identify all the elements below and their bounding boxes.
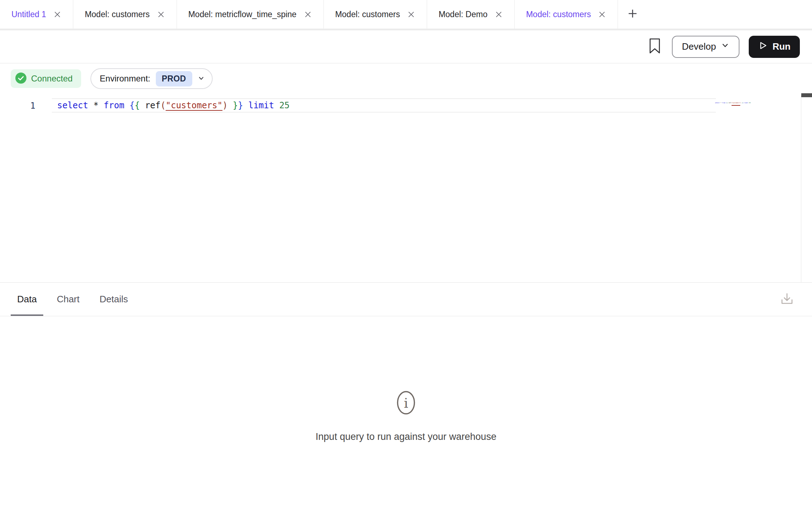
environment-label: Environment: xyxy=(100,74,150,84)
line-number: 1 xyxy=(0,98,52,113)
code-token: 25 xyxy=(279,100,289,110)
code-token: select xyxy=(715,102,719,104)
code-token: "customers" xyxy=(165,100,222,110)
bookmark-icon xyxy=(648,38,661,56)
code-token: limit xyxy=(744,102,748,104)
code-token xyxy=(99,100,104,110)
download-button[interactable] xyxy=(779,291,795,308)
results-tab-chart[interactable]: Chart xyxy=(50,283,86,316)
develop-button-label: Develop xyxy=(682,41,716,52)
connection-status-badge: Connected xyxy=(11,69,81,88)
close-icon[interactable] xyxy=(304,10,312,19)
code-token: from xyxy=(104,100,124,110)
connection-status-label: Connected xyxy=(31,74,73,84)
code-token xyxy=(88,100,93,110)
code-token: from xyxy=(722,102,725,104)
code-token: * xyxy=(93,100,98,110)
code-token: limit xyxy=(248,100,274,110)
status-bar: Connected Environment: PROD xyxy=(0,64,812,94)
empty-state-message: Input query to run against your warehous… xyxy=(316,431,496,442)
bookmark-button[interactable] xyxy=(648,38,661,56)
code-token xyxy=(243,100,248,110)
sql-editor[interactable]: 1 select * from {{ ref("customers") }} l… xyxy=(0,98,812,282)
code-token xyxy=(124,100,129,110)
code-token: ) xyxy=(222,100,227,110)
editor-tab-3[interactable]: Model: customers xyxy=(324,0,427,29)
svg-text:i: i xyxy=(404,395,408,411)
tab-bar-tabs: Untitled 1Model: customersModel: metricf… xyxy=(0,0,618,29)
chevron-down-icon xyxy=(721,41,729,52)
chevron-down-icon xyxy=(198,75,205,83)
close-icon[interactable] xyxy=(598,10,606,19)
code-token xyxy=(228,100,233,110)
close-icon[interactable] xyxy=(407,10,415,19)
code-token: 25 xyxy=(749,102,751,104)
editor-tab-4[interactable]: Model: Demo xyxy=(427,0,515,29)
results-tab-list: DataChartDetails xyxy=(11,283,142,316)
editor-minimap[interactable]: select * from {{ ref("customers") }} lim… xyxy=(715,102,751,104)
code-token xyxy=(140,100,145,110)
close-icon[interactable] xyxy=(495,10,503,19)
tab-label: Model: Demo xyxy=(439,10,487,19)
results-panel-tabs: DataChartDetails xyxy=(0,282,812,316)
develop-button[interactable]: Develop xyxy=(672,36,739,58)
plus-icon xyxy=(627,8,638,20)
play-icon xyxy=(758,41,768,53)
editor-tab-2[interactable]: Model: metricflow_time_spine xyxy=(177,0,324,29)
check-circle-icon xyxy=(15,73,26,85)
code-token: { xyxy=(129,100,134,110)
code-row: 1 select * from {{ ref("customers") }} l… xyxy=(0,98,812,113)
tab-label: Model: customers xyxy=(526,10,591,19)
tab-bar: Untitled 1Model: customersModel: metricf… xyxy=(0,0,812,30)
results-empty-state: i Input query to run against your wareho… xyxy=(0,316,812,531)
editor-tab-1[interactable]: Model: customers xyxy=(73,0,177,29)
new-tab-button[interactable] xyxy=(618,0,647,29)
tab-label: Model: metricflow_time_spine xyxy=(188,10,297,19)
environment-value-chip: PROD xyxy=(156,71,192,86)
code-token: } xyxy=(238,100,243,110)
code-token: ( xyxy=(160,100,165,110)
code-token: } xyxy=(233,100,238,110)
code-token: ref xyxy=(145,100,160,110)
environment-selector[interactable]: Environment: PROD xyxy=(90,68,212,89)
close-icon[interactable] xyxy=(53,10,61,19)
code-token: ref xyxy=(728,102,731,104)
close-icon[interactable] xyxy=(157,10,165,19)
editor-scrollbar-track xyxy=(801,95,801,282)
tab-label: Model: customers xyxy=(335,10,400,19)
code-line[interactable]: select * from {{ ref("customers") }} lim… xyxy=(52,98,716,113)
code-token: "customers" xyxy=(732,102,740,104)
code-token: select xyxy=(57,100,88,110)
results-tab-details[interactable]: Details xyxy=(93,283,134,316)
tab-label: Untitled 1 xyxy=(11,10,46,19)
toolbar: Develop Run xyxy=(0,30,812,64)
results-tab-data[interactable]: Data xyxy=(11,283,43,316)
info-icon: i xyxy=(396,391,416,416)
tab-label: Model: customers xyxy=(85,10,150,19)
run-button-label: Run xyxy=(772,41,791,52)
editor-scrollbar-thumb[interactable] xyxy=(801,93,812,97)
editor-tab-5[interactable]: Model: customers xyxy=(515,0,618,29)
code-token: { xyxy=(135,100,140,110)
editor-tab-0[interactable]: Untitled 1 xyxy=(0,0,73,29)
download-icon xyxy=(779,291,795,308)
run-button[interactable]: Run xyxy=(749,36,800,58)
code-token xyxy=(274,100,279,110)
